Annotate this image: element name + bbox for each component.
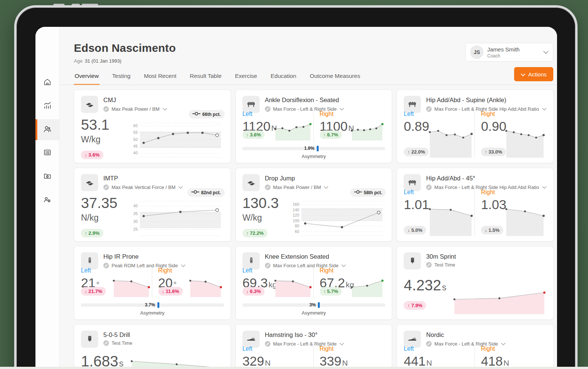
percentile-label: 58th pct.: [364, 190, 382, 195]
percentile-icon: [191, 190, 199, 195]
left-right-panel: Left 441N Right 418N: [404, 346, 547, 369]
right-side: Right 67.2kg ↑ 5.7%: [314, 267, 385, 298]
card-imtp: IMTP Max Peak Vertical Force / BM 82nd p: [74, 168, 231, 242]
card-title: Hip Add/Abd - 45°: [426, 175, 546, 182]
tab-overview[interactable]: Overview: [74, 73, 100, 85]
left-right-panel: Left 21° ↓ 21.7% Right 20° ↓ 11.6%: [81, 267, 224, 298]
tab-result-table[interactable]: Result Table: [189, 73, 222, 85]
card-head-text: Hamstring Iso - 30° Max Force - Left & R…: [265, 331, 344, 347]
svg-text:30: 30: [133, 219, 138, 224]
card-head-text: Knee Extension Seated Max Force Left and…: [265, 252, 346, 269]
sparkline-chart: [350, 122, 385, 141]
percentile-badge: 66th pct.: [189, 110, 224, 119]
primary-metric: 130.3 W/kg ↑ 72.2%: [243, 196, 279, 237]
percentile-label: 82nd pct.: [201, 190, 221, 195]
sidebar-item-home[interactable]: [35, 72, 59, 93]
sparkline-chart: [112, 278, 151, 297]
svg-text:60: 60: [295, 229, 299, 234]
side-label-left: Left: [243, 111, 308, 117]
list-icon: [43, 148, 52, 158]
left-side: Left 1120N ↑ 3.6%: [243, 111, 313, 141]
sidebar: [35, 27, 60, 369]
card-head-text: Nordic Max Force - Left & Right Side: [426, 331, 506, 347]
metric-row: Test Time: [103, 340, 132, 346]
chevron-down-icon[interactable]: [178, 184, 183, 190]
card-ankle-dorsiflexion: Ankle Dorsiflexion - Seated Max Force - …: [235, 89, 392, 163]
asymmetry-value: 1.9%: [292, 146, 315, 151]
sidebar-item-media[interactable]: [35, 166, 59, 187]
side-label-right: Right: [481, 346, 547, 352]
sparkline-chart: [350, 278, 385, 297]
card-title: Nordic: [426, 331, 506, 338]
card-head-text: 30m Sprint Test Time: [426, 252, 456, 268]
card-cmj: CMJ Max Peak Power / BM 66th pct.: [74, 89, 231, 163]
card-505-drill: 5-0-5 Drill Test Time 1.683s: [74, 324, 231, 369]
metric-unit: W/kg: [243, 213, 279, 223]
left-side: Left 441N: [404, 346, 475, 369]
primary-metric: 53.1 W/kg ↓ 3.6%: [81, 117, 109, 159]
avatar: JS: [470, 45, 484, 59]
sparkline-chart: [428, 129, 474, 158]
asymmetry-label: Asymmetry: [81, 310, 224, 316]
delta-pill: ↑ 33.0%: [481, 148, 506, 156]
tablet-frame: Edson Nascimento Age31 (01 Jan 1993) JS …: [14, 5, 578, 369]
svg-text:60: 60: [133, 123, 138, 128]
svg-text:120: 120: [293, 213, 299, 217]
svg-text:160: 160: [293, 202, 299, 206]
metric-info-icon: [426, 262, 432, 268]
svg-text:100: 100: [293, 218, 299, 223]
metric-row: Test Time: [426, 262, 456, 268]
tab-exercise[interactable]: Exercise: [234, 73, 258, 85]
svg-text:50: 50: [133, 137, 138, 142]
tab-outcome-measures[interactable]: Outcome Measures: [309, 73, 361, 85]
chevron-down-icon[interactable]: [163, 105, 167, 112]
card-nordic: Nordic Max Force - Left & Right Side L: [397, 324, 554, 369]
tab-testing[interactable]: Testing: [112, 73, 131, 85]
sidebar-item-reports[interactable]: [35, 143, 59, 164]
sidebar-item-teams[interactable]: [35, 190, 59, 211]
forcedecks-icon: [81, 174, 98, 191]
app-window: Edson Nascimento Age31 (01 Jan 1993) JS …: [35, 27, 557, 369]
sidebar-item-analytics[interactable]: [35, 96, 59, 117]
left-side: Left 21° ↓ 21.7%: [81, 267, 152, 298]
card-title: IMTP: [103, 175, 183, 182]
left-side: Left 329N: [243, 346, 313, 369]
timing-gate-icon: [404, 252, 421, 269]
metric-unit: W/kg: [81, 135, 109, 145]
right-side: Right 20° ↓ 11.6%: [152, 267, 224, 298]
delta-pill: ↓ 21.7%: [81, 287, 106, 296]
athletes-icon: [43, 124, 52, 135]
card-hip-ir-prone: Hip IR Prone Peak ROM Left and Right Sid…: [74, 246, 231, 320]
metric-label: Test Time: [112, 340, 132, 346]
svg-text:40: 40: [133, 204, 138, 208]
right-side: Right 339N: [314, 346, 385, 369]
analytics-icon: [43, 101, 52, 111]
metric-row: Max Peak Vertical Force / BM: [103, 184, 183, 190]
svg-text:140: 140: [293, 208, 299, 212]
metric-value: 37.35: [81, 196, 118, 210]
actions-button[interactable]: Actions: [514, 67, 553, 81]
primary-metric: 4.232s: [404, 278, 446, 293]
metric-unit: N/kg: [81, 213, 118, 223]
card-head-text: 5-0-5 Drill Test Time: [103, 331, 132, 346]
asymmetry-widget: 3% Asymmetry: [243, 303, 385, 316]
sidebar-item-athletes[interactable]: [35, 119, 59, 140]
tab-most-recent[interactable]: Most Recent: [143, 73, 177, 85]
delta-pill: ↑ 7.9%: [404, 301, 426, 310]
side-label-left: Left: [404, 111, 469, 117]
chevron-down-icon[interactable]: [324, 184, 328, 190]
left-side: Left 1.01 ↓ 5.0%: [404, 189, 475, 237]
user-menu[interactable]: JS James Smith Coach: [465, 43, 553, 62]
left-right-panel: Left 0.89 ↑ 22.0% Right 0.90 ↑ 33.0%: [404, 111, 547, 158]
card-title: Hip IR Prone: [103, 253, 185, 260]
tab-education[interactable]: Education: [270, 73, 297, 85]
chevron-down-icon: [521, 71, 525, 78]
card-title: Hamstring Iso - 30°: [265, 331, 344, 338]
card-30m-sprint: 30m Sprint Test Time 4.232s ↑ 7.9%: [397, 246, 554, 320]
side-label-right: Right: [320, 267, 385, 274]
metric-value: 53.1: [81, 117, 109, 132]
asymmetry-marker: [317, 146, 319, 151]
asymmetry-label: Asymmetry: [243, 310, 385, 316]
card-title: Ankle Dorsiflexion - Seated: [265, 97, 344, 104]
asymmetry-bar: 3.7%: [81, 303, 224, 307]
